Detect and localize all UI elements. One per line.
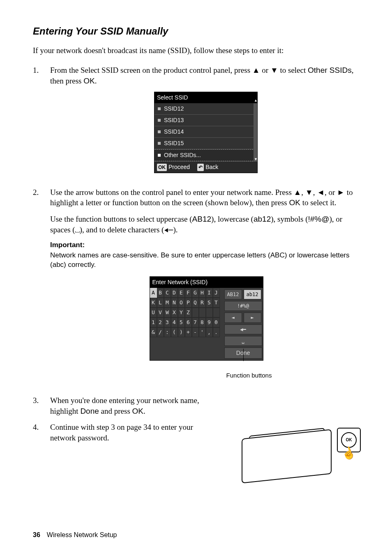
char-key: P <box>185 298 192 308</box>
ssid-item: SSID15 <box>154 138 257 149</box>
text: Use the arrow buttons on the control pan… <box>50 188 294 197</box>
char-key: O <box>178 298 185 308</box>
ssid-item-other: Other SSIDs... <box>154 149 257 161</box>
char-key: H <box>199 288 206 298</box>
char-key <box>192 308 199 317</box>
up-arrow-icon: ▲ <box>252 66 260 74</box>
char-key: W <box>164 308 171 317</box>
char-key: 9 <box>206 317 213 327</box>
ok-label: OK <box>132 407 143 415</box>
char-key: J <box>213 288 220 298</box>
symbol-mode-button: !#%@ <box>224 301 262 311</box>
char-key: Q <box>192 298 199 308</box>
char-key: ( <box>171 327 178 337</box>
text: ), lowercase ( <box>211 215 254 223</box>
text: , <box>313 188 317 197</box>
char-key: R <box>199 298 206 308</box>
char-key: S <box>206 298 213 308</box>
backspace-icon: ◀━ <box>164 225 173 234</box>
cursor-right-button: ► <box>244 313 261 322</box>
screen-title: Select SSID <box>154 92 257 103</box>
page-footer: 36Wireless Network Setup <box>33 531 117 540</box>
char-key: U <box>150 308 157 317</box>
char-key: A <box>150 288 157 298</box>
text: ), symbols ( <box>271 215 308 223</box>
screen-title: Enter Network (SSID) <box>150 277 263 288</box>
scrollbar-icon <box>254 103 257 161</box>
char-key: M <box>164 298 171 308</box>
char-key: E <box>178 288 185 298</box>
char-key: , <box>206 327 213 337</box>
step-1-body: From the Select SSID screen on the produ… <box>50 65 362 181</box>
down-arrow-icon: ▼ <box>270 66 278 74</box>
text: , or <box>325 188 337 197</box>
callout-line <box>243 349 244 361</box>
step-4-body: Continue with step 3 on page 34 to enter… <box>50 422 214 443</box>
ok-label: OK <box>289 198 300 207</box>
text: Use the function buttons to select upper… <box>50 215 192 223</box>
char-key: ) <box>178 327 185 337</box>
ssid-item: SSID14 <box>154 126 257 138</box>
char-key: ' <box>199 327 206 337</box>
char-key: 5 <box>178 317 185 327</box>
done-label: Done <box>80 407 99 415</box>
text: From the Select SSID screen on the produ… <box>50 66 252 74</box>
char-key: X <box>171 308 178 317</box>
text: or <box>260 66 270 74</box>
char-key <box>199 308 206 317</box>
text: to select it. <box>300 198 337 207</box>
page-number: 36 <box>33 531 40 538</box>
symbol-mode-label: !#%@ <box>308 215 329 223</box>
char-key: 3 <box>164 317 171 327</box>
char-key: I <box>206 288 213 298</box>
select-ssid-screen: Select SSID SSID12 SSID13 SSID14 SSID15 … <box>154 92 258 173</box>
space-icon: ⎵ <box>75 225 80 234</box>
ssid-item: SSID13 <box>154 115 257 126</box>
enter-network-screen: Enter Network (SSID) A B C D E F G <box>150 276 263 361</box>
right-arrow-icon: ► <box>337 188 345 197</box>
char-key: 8 <box>199 317 206 327</box>
step-number: 4. <box>33 422 50 443</box>
other-ssids-label: Other SSIDs <box>308 66 352 74</box>
char-key: 7 <box>192 317 199 327</box>
space-button: ␣ <box>224 336 262 346</box>
up-arrow-icon: ▲ <box>294 188 302 197</box>
char-key: Z <box>185 308 192 317</box>
function-buttons-panel: AB12 ab12 !#%@ ◄ ► ◀━ ␣ Done <box>222 288 263 360</box>
text: . <box>95 76 97 85</box>
char-key: B <box>157 288 164 298</box>
important-heading: Important: <box>50 241 362 250</box>
printer-illustration: OK ☝ <box>242 415 361 485</box>
step-number: 1. <box>33 65 50 181</box>
char-key <box>206 308 213 317</box>
char-key: F <box>185 288 192 298</box>
section-heading: Entering Your SSID Manually <box>33 25 362 38</box>
step-2-body: Use the arrow buttons on the control pan… <box>50 187 362 389</box>
char-key <box>213 308 220 317</box>
ssid-item: SSID12 <box>154 103 257 115</box>
character-grid: A B C D E F G H I J <box>150 288 222 360</box>
char-key: L <box>157 298 164 308</box>
char-key: K <box>150 298 157 308</box>
char-key: : <box>164 327 171 337</box>
char-key: 2 <box>157 317 164 327</box>
char-key: - <box>192 327 199 337</box>
cursor-left-button: ◄ <box>224 313 242 322</box>
char-key: Y <box>178 308 185 317</box>
ok-label: OK <box>83 76 95 85</box>
char-key: + <box>185 327 192 337</box>
section-name: Wireless Network Setup <box>47 531 117 538</box>
proceed-hint: OKProceed <box>157 163 190 171</box>
char-key: N <box>171 298 178 308</box>
char-key: . <box>213 327 220 337</box>
text: , <box>301 188 305 197</box>
intro-paragraph: If your network doesn't broadcast its na… <box>33 45 362 56</box>
important-text: Network names are case-sensitive. Be sur… <box>50 251 362 270</box>
down-arrow-icon: ▼ <box>305 188 313 197</box>
char-key: T <box>213 298 220 308</box>
char-key: 4 <box>171 317 178 327</box>
char-key: & <box>150 327 157 337</box>
char-key: D <box>171 288 178 298</box>
uppercase-mode-label: AB12 <box>192 215 211 223</box>
step-3-body: When you're done entering your network n… <box>50 395 214 416</box>
